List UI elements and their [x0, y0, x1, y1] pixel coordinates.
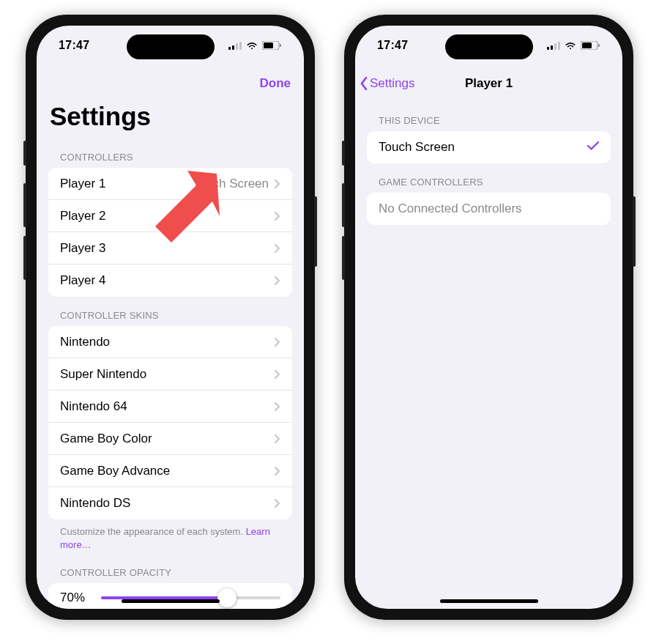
home-indicator: [440, 599, 538, 603]
volume-up-button: [342, 183, 345, 227]
signal-icon: [547, 42, 560, 50]
chevron-right-icon: [275, 338, 280, 347]
controllers-row-player-3[interactable]: Player 3: [48, 232, 292, 264]
wifi-icon: [565, 41, 576, 50]
battery-icon: [581, 41, 600, 50]
screen-left: 17:47 Done Settings CONTROLLERS Player 1…: [37, 26, 304, 609]
volume-down-button: [23, 236, 26, 280]
phone-left: 17:47 Done Settings CONTROLLERS Player 1…: [26, 15, 315, 620]
controllers-row-player-4[interactable]: Player 4: [48, 264, 292, 297]
settings-list[interactable]: CONTROLLERS Player 1 Touch Screen Player…: [37, 138, 304, 609]
page-title: Settings: [37, 102, 304, 138]
chevron-right-icon: [275, 179, 280, 188]
player-settings-list[interactable]: THIS DEVICE Touch Screen GAME CONTROLLER…: [355, 102, 622, 609]
chevron-right-icon: [275, 402, 280, 411]
home-indicator: [122, 599, 220, 603]
checkmark-icon: [587, 141, 599, 154]
battery-icon: [262, 41, 282, 50]
game-controllers-empty-row: No Connected Controllers: [367, 193, 611, 225]
row-label: Game Boy Advance: [60, 464, 170, 478]
side-button: [633, 196, 636, 267]
mute-switch: [342, 141, 345, 166]
slider-thumb[interactable]: [217, 588, 237, 607]
skins-footer: Customize the appearance of each system.…: [48, 519, 292, 554]
controllers-row-player-1[interactable]: Player 1 Touch Screen: [48, 168, 292, 200]
chevron-right-icon: [275, 276, 280, 285]
status-time: 17:47: [377, 39, 408, 52]
skins-row-nintendo-64[interactable]: Nintendo 64: [48, 391, 292, 423]
controllers-row-detail: Touch Screen: [193, 177, 269, 191]
controllers-row-player-2[interactable]: Player 2: [48, 200, 292, 232]
row-label: Nintendo DS: [60, 496, 130, 511]
phone-right: 17:47 Settings Player 1 THIS DEVICE Touc…: [344, 15, 633, 620]
row-label: Game Boy Color: [60, 432, 152, 446]
mute-switch: [23, 141, 26, 166]
volume-down-button: [342, 236, 345, 280]
done-button[interactable]: Done: [260, 76, 291, 91]
wifi-icon: [246, 41, 258, 50]
row-label: Touch Screen: [379, 140, 455, 155]
section-header-opacity: CONTROLLER OPACITY: [48, 554, 292, 583]
row-label: Player 1: [60, 177, 105, 191]
chevron-left-icon: [360, 77, 368, 90]
chevron-right-icon: [275, 467, 280, 475]
skins-footer-text: Customize the appearance of each system.: [60, 526, 246, 537]
skins-row-game-boy-color[interactable]: Game Boy Color: [48, 423, 292, 455]
volume-up-button: [23, 183, 26, 227]
dynamic-island: [445, 34, 533, 59]
row-label: Player 4: [60, 273, 105, 288]
section-header-skins: CONTROLLER SKINS: [48, 297, 292, 326]
chevron-right-icon: [275, 244, 280, 253]
row-label: Player 3: [60, 241, 105, 256]
empty-label: No Connected Controllers: [379, 201, 522, 216]
game-controllers-group: No Connected Controllers: [367, 193, 611, 225]
this-device-group: Touch Screen: [367, 131, 611, 163]
skins-row-nintendo[interactable]: Nintendo: [48, 326, 292, 358]
chevron-right-icon: [275, 370, 280, 379]
row-label: Nintendo 64: [60, 399, 127, 414]
opacity-value-label: 70%: [60, 591, 91, 605]
dynamic-island: [127, 34, 215, 59]
row-label: Player 2: [60, 209, 105, 223]
skins-row-nintendo-ds[interactable]: Nintendo DS: [48, 487, 292, 519]
skins-group: Nintendo Super Nintendo Nintendo 64 Game…: [48, 326, 292, 519]
row-label: Nintendo: [60, 335, 110, 349]
side-button: [314, 196, 317, 267]
back-button[interactable]: Settings: [355, 76, 414, 91]
controllers-group: Player 1 Touch Screen Player 2 Player 3: [48, 168, 292, 297]
screen-right: 17:47 Settings Player 1 THIS DEVICE Touc…: [355, 26, 622, 609]
skins-row-game-boy-advance[interactable]: Game Boy Advance: [48, 455, 292, 487]
opacity-slider-row: 70%: [48, 583, 292, 609]
nav-bar: Settings Player 1: [355, 65, 622, 102]
chevron-right-icon: [275, 434, 280, 443]
section-header-controllers: CONTROLLERS: [48, 138, 292, 168]
status-time: 17:47: [59, 39, 89, 52]
page-title: Player 1: [465, 76, 513, 91]
row-label: Super Nintendo: [60, 367, 146, 382]
section-header-game-controllers: GAME CONTROLLERS: [367, 163, 611, 193]
chevron-right-icon: [275, 212, 280, 221]
back-label: Settings: [370, 76, 414, 91]
section-header-this-device: THIS DEVICE: [367, 102, 611, 131]
skins-row-super-nintendo[interactable]: Super Nintendo: [48, 358, 292, 391]
signal-icon: [228, 42, 242, 50]
nav-bar: Done: [37, 65, 304, 102]
chevron-right-icon: [275, 499, 280, 508]
this-device-row-touch-screen[interactable]: Touch Screen: [367, 131, 611, 163]
